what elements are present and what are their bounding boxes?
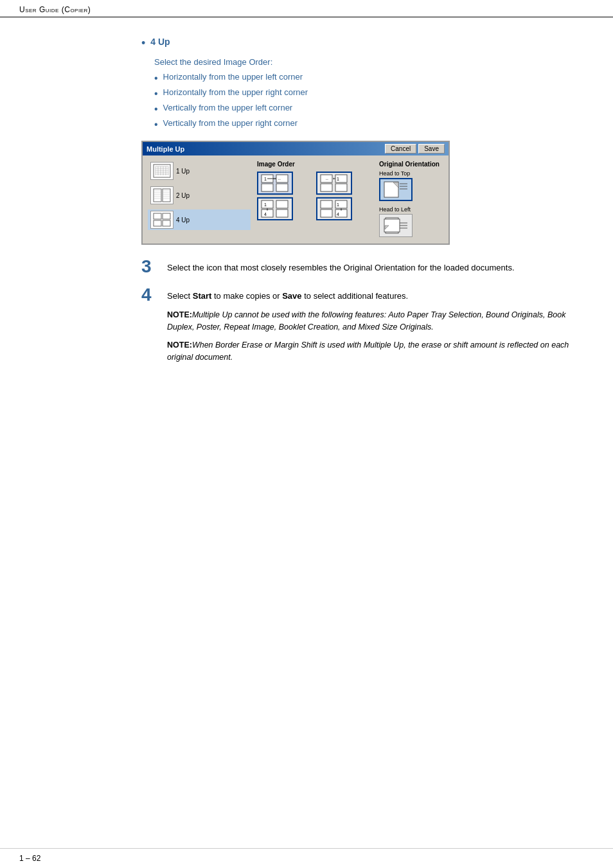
list-item-label-3: Vertically from the upper left corner xyxy=(163,103,293,112)
note-1-text: Multiple Up cannot be used with the foll… xyxy=(167,310,565,332)
sub-bullet-dot-4: • xyxy=(154,118,158,130)
option-icon-4up xyxy=(150,211,173,229)
bullet-dot-4up: • xyxy=(141,37,145,51)
svg-rect-44 xyxy=(276,200,288,208)
order-option-h-right[interactable]: 1 ↔ xyxy=(316,172,352,195)
list-item-label-2: Horizontally from the upper right corner xyxy=(163,87,308,97)
svg-text:1: 1 xyxy=(264,177,267,181)
dialog-body: 1 Up xyxy=(143,155,449,244)
svg-text:1: 1 xyxy=(264,202,267,207)
section-title-4up: 4 Up xyxy=(150,37,170,47)
content-area: • 4 Up Select the desired Image Order: •… xyxy=(0,17,613,848)
sub-bullet-dot-2: • xyxy=(154,87,158,100)
svg-text:1: 1 xyxy=(337,177,339,181)
sub-bullet-dot-3: • xyxy=(154,103,158,115)
sub-bullet-dot-1: • xyxy=(154,72,158,84)
order-option-v-left[interactable]: 1 4 xyxy=(257,197,293,220)
order-option-h-left[interactable]: 1 ↔ xyxy=(257,172,293,195)
dialog-right-panel: Original Orientation Head to Top He xyxy=(379,161,443,238)
list-item: • Vertically from the upper right corner xyxy=(154,118,587,130)
note-1-prefix: NOTE: xyxy=(167,310,192,319)
svg-rect-26 xyxy=(154,220,161,226)
page-footer: 1 – 62 xyxy=(0,848,613,868)
option-icon-1up xyxy=(150,162,173,180)
svg-text:1: 1 xyxy=(337,202,339,207)
svg-rect-49 xyxy=(321,200,332,208)
svg-rect-32 xyxy=(276,184,288,191)
page-header: User Guide (Copier) xyxy=(0,0,613,17)
option-4up[interactable]: 4 Up xyxy=(148,209,251,230)
step-3-content: Select the icon that most closely resemb… xyxy=(167,258,587,274)
option-icon-2up xyxy=(150,186,173,204)
dialog-title: Multiple Up xyxy=(147,145,184,153)
orientation-label: Original Orientation xyxy=(379,161,443,168)
dialog-titlebar: Multiple Up Cancel Save xyxy=(143,142,449,155)
step-3-text: Select the icon that most closely resemb… xyxy=(167,263,515,272)
step-3-block: 3 Select the icon that most closely rese… xyxy=(141,258,587,276)
image-order-grid: 1 ↔ xyxy=(257,172,373,220)
option-1up[interactable]: 1 Up xyxy=(148,161,251,181)
step-4-block: 4 Select Start to make copies or Save to… xyxy=(141,286,587,370)
svg-text:↔: ↔ xyxy=(325,177,329,181)
dialog-box: Multiple Up Cancel Save xyxy=(141,141,450,245)
list-item-label-4: Vertically from the upper right corner xyxy=(163,118,298,128)
step-4-text-middle: to make copies or xyxy=(211,291,282,301)
note-2: NOTE:When Border Erase or Margin Shift i… xyxy=(167,339,587,364)
option-label-4up: 4 Up xyxy=(176,217,190,224)
note-2-prefix: NOTE: xyxy=(167,341,192,350)
list-item: • Vertically from the upper left corner xyxy=(154,103,587,115)
list-item: • Horizontally from the upper left corne… xyxy=(154,72,587,84)
svg-text:4: 4 xyxy=(337,212,339,217)
order-option-v-right[interactable]: 1 4 xyxy=(316,197,352,220)
dialog-options-panel: 1 Up xyxy=(148,161,251,238)
svg-rect-52 xyxy=(321,209,332,217)
svg-text:↔: ↔ xyxy=(278,177,281,181)
step-3-number: 3 xyxy=(141,258,159,276)
main-content: • 4 Up Select the desired Image Order: •… xyxy=(135,17,613,848)
head-to-top-label: Head to Top xyxy=(379,170,443,177)
svg-text:4: 4 xyxy=(264,212,267,217)
note-1: NOTE:Multiple Up cannot be used with the… xyxy=(167,309,587,333)
save-label: Save xyxy=(282,291,301,301)
note-2-text: When Border Erase or Margin Shift is use… xyxy=(167,341,569,362)
head-to-left-label: Head to Left xyxy=(379,206,443,213)
section-description: Select the desired Image Order: xyxy=(154,57,272,67)
page-wrapper: User Guide (Copier) • 4 Up Select the de… xyxy=(0,0,613,868)
start-label: Start xyxy=(193,291,212,301)
step-4-number: 4 xyxy=(141,286,159,304)
step-4-text-after: to select additional features. xyxy=(302,291,409,301)
image-order-label: Image Order xyxy=(257,161,373,168)
svg-rect-42 xyxy=(262,200,273,208)
list-item-label-1: Horizontally from the upper left corner xyxy=(163,72,303,82)
option-2up[interactable]: 2 Up xyxy=(148,185,251,206)
svg-rect-39 xyxy=(335,184,347,191)
page-number: 1 – 62 xyxy=(19,854,40,863)
header-title: User Guide (Copier) xyxy=(19,5,91,14)
option-label-1up: 1 Up xyxy=(176,168,190,175)
left-margin xyxy=(0,17,135,848)
section-4up-bullet: • 4 Up xyxy=(141,37,587,51)
svg-rect-31 xyxy=(262,184,273,191)
orient-head-to-top[interactable] xyxy=(379,178,413,201)
step-4-content: Select Start to make copies or Save to s… xyxy=(167,286,587,370)
svg-rect-24 xyxy=(154,213,161,219)
orient-head-to-left[interactable] xyxy=(379,214,413,237)
dialog-middle-panel: Image Order 1 xyxy=(257,161,373,238)
option-label-2up: 2 Up xyxy=(176,192,190,199)
sub-bullets: • Horizontally from the upper left corne… xyxy=(154,72,587,131)
svg-rect-38 xyxy=(321,184,332,191)
step-4-text-before: Select xyxy=(167,291,193,301)
cancel-button[interactable]: Cancel xyxy=(385,144,416,154)
svg-rect-27 xyxy=(163,220,170,226)
svg-rect-47 xyxy=(276,209,288,217)
list-item: • Horizontally from the upper right corn… xyxy=(154,87,587,100)
svg-marker-40 xyxy=(333,178,334,180)
dialog-controls: Cancel Save xyxy=(385,144,445,154)
svg-rect-25 xyxy=(163,213,170,219)
save-button[interactable]: Save xyxy=(418,144,445,154)
